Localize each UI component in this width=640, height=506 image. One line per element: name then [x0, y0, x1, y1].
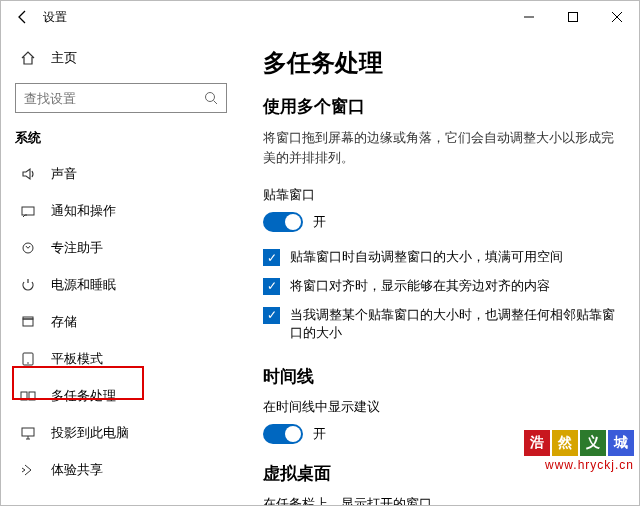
watermark-url: www.hryckj.cn: [522, 458, 634, 472]
sidebar-item-label: 存储: [51, 313, 77, 331]
multitasking-icon: [19, 388, 37, 404]
snap-option-2[interactable]: ✓当我调整某个贴靠窗口的大小时，也调整任何相邻贴靠窗口的大小: [263, 306, 617, 344]
sidebar-item-power-sleep[interactable]: 电源和睡眠: [13, 266, 241, 303]
sidebar-item-label: 声音: [51, 165, 77, 183]
watermark: 浩然义城 www.hryckj.cn: [522, 430, 634, 472]
svg-rect-14: [22, 428, 34, 436]
watermark-char: 城: [608, 430, 634, 456]
checkbox-label: 将窗口对齐时，显示能够在其旁边对齐的内容: [290, 277, 550, 296]
snap-option-0[interactable]: ✓贴靠窗口时自动调整窗口的大小，填满可用空间: [263, 248, 617, 267]
snap-option-1[interactable]: ✓将窗口对齐时，显示能够在其旁边对齐的内容: [263, 277, 617, 296]
snap-state: 开: [313, 213, 326, 231]
sidebar-item-tablet-mode[interactable]: 平板模式: [13, 340, 241, 377]
notifications-icon: [19, 203, 37, 219]
vd-label: 在任务栏上，显示打开的窗口: [263, 495, 617, 505]
sidebar-home[interactable]: 主页: [13, 39, 241, 77]
home-icon: [19, 50, 37, 66]
svg-rect-12: [21, 392, 27, 400]
sidebar-item-storage[interactable]: 存储: [13, 303, 241, 340]
sidebar-item-focus-assist[interactable]: 专注助手: [13, 229, 241, 266]
checkbox-label: 贴靠窗口时自动调整窗口的大小，填满可用空间: [290, 248, 563, 267]
svg-rect-9: [23, 317, 33, 319]
svg-rect-6: [22, 207, 34, 215]
sidebar-item-multitasking[interactable]: 多任务处理: [13, 377, 241, 414]
page-title: 多任务处理: [263, 47, 617, 79]
section-timeline-head: 时间线: [263, 365, 617, 388]
focus-assist-icon: [19, 240, 37, 256]
sidebar-item-label: 专注助手: [51, 239, 103, 257]
sidebar-home-label: 主页: [51, 49, 77, 67]
shared-experiences-icon: [19, 462, 37, 478]
timeline-toggle[interactable]: [263, 424, 303, 444]
project-to-pc-icon: [19, 425, 37, 441]
sidebar-item-sound[interactable]: 声音: [13, 155, 241, 192]
svg-rect-8: [23, 319, 33, 326]
watermark-char: 浩: [524, 430, 550, 456]
svg-rect-1: [569, 13, 578, 22]
close-button[interactable]: [595, 2, 639, 32]
minimize-button[interactable]: [507, 2, 551, 32]
snap-toggle[interactable]: [263, 212, 303, 232]
timeline-state: 开: [313, 425, 326, 443]
maximize-button[interactable]: [551, 2, 595, 32]
checkbox-icon: ✓: [263, 278, 280, 295]
sidebar-item-label: 体验共享: [51, 461, 103, 479]
snap-label: 贴靠窗口: [263, 186, 617, 204]
watermark-char: 义: [580, 430, 606, 456]
svg-line-5: [214, 101, 218, 105]
sidebar-item-label: 投影到此电脑: [51, 424, 129, 442]
checkbox-label: 当我调整某个贴靠窗口的大小时，也调整任何相邻贴靠窗口的大小: [290, 306, 617, 344]
sidebar-item-shared-experiences[interactable]: 体验共享: [13, 451, 241, 488]
sidebar-item-notifications[interactable]: 通知和操作: [13, 192, 241, 229]
power-sleep-icon: [19, 277, 37, 293]
svg-point-4: [206, 93, 215, 102]
tablet-mode-icon: [19, 351, 37, 367]
watermark-char: 然: [552, 430, 578, 456]
sidebar-section: 系统: [13, 123, 241, 155]
search-input[interactable]: [15, 83, 227, 113]
sound-icon: [19, 166, 37, 182]
section-multiwindow-head: 使用多个窗口: [263, 95, 617, 118]
sidebar: 主页 系统 声音通知和操作专注助手电源和睡眠存储平板模式多任务处理投影到此电脑体…: [1, 33, 241, 505]
window-title: 设置: [43, 9, 67, 26]
section-multiwindow-desc: 将窗口拖到屏幕的边缘或角落，它们会自动调整大小以形成完美的并排排列。: [263, 128, 617, 168]
svg-point-11: [27, 362, 29, 364]
sidebar-item-label: 多任务处理: [51, 387, 116, 405]
sidebar-item-label: 通知和操作: [51, 202, 116, 220]
sidebar-item-project-to-pc[interactable]: 投影到此电脑: [13, 414, 241, 451]
checkbox-icon: ✓: [263, 249, 280, 266]
timeline-label: 在时间线中显示建议: [263, 398, 617, 416]
storage-icon: [19, 314, 37, 330]
search-icon: [204, 91, 218, 105]
sidebar-item-label: 电源和睡眠: [51, 276, 116, 294]
sidebar-item-label: 平板模式: [51, 350, 103, 368]
search-field[interactable]: [24, 91, 204, 106]
checkbox-icon: ✓: [263, 307, 280, 324]
back-button[interactable]: [9, 3, 37, 31]
svg-rect-13: [29, 392, 35, 400]
